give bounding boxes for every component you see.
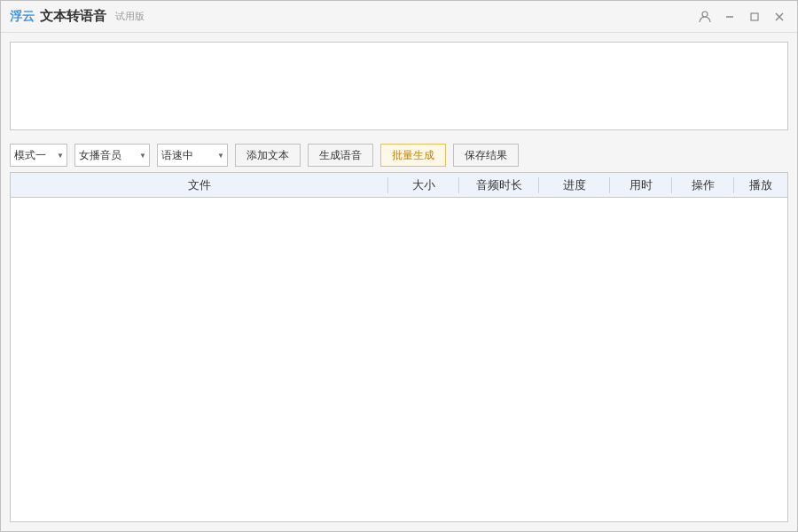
batch-generate-button[interactable]: 批量生成: [380, 144, 446, 167]
title-bar: 浮云 文本转语音 试用版: [1, 1, 797, 33]
col-action: 操作: [672, 177, 734, 193]
col-time: 用时: [610, 177, 672, 193]
speed-select-wrapper: 语速慢 语速中 语速快: [157, 144, 228, 167]
app-window: 浮云 文本转语音 试用版: [0, 0, 798, 532]
app-logo: 浮云: [10, 9, 35, 25]
voice-select-wrapper: 女播音员 男播音员: [74, 144, 150, 167]
mode-select[interactable]: 模式一 模式二: [10, 144, 67, 167]
speed-select[interactable]: 语速慢 语速中 语速快: [157, 144, 228, 167]
controls-bar: 模式一 模式二 女播音员 男播音员 语速慢 语速中 语速快 添加文本 生成语音 …: [1, 138, 797, 172]
maximize-button[interactable]: [746, 8, 763, 26]
col-play: 播放: [734, 177, 787, 193]
app-title: 文本转语音: [40, 8, 106, 25]
text-area-section: [1, 33, 797, 138]
save-result-button[interactable]: 保存结果: [453, 144, 519, 167]
col-duration: 音频时长: [459, 177, 539, 193]
app-version: 试用版: [115, 10, 145, 23]
svg-rect-2: [751, 13, 758, 20]
title-bar-controls: [696, 8, 788, 26]
close-button[interactable]: [771, 8, 788, 26]
table-header: 文件 大小 音频时长 进度 用时 操作 播放: [11, 173, 787, 198]
table-body: [11, 198, 787, 521]
title-bar-left: 浮云 文本转语音 试用版: [10, 8, 145, 25]
minimize-button[interactable]: [721, 8, 739, 26]
text-input[interactable]: [10, 42, 788, 130]
user-icon-button[interactable]: [696, 8, 714, 26]
col-progress: 进度: [539, 177, 610, 193]
add-text-button[interactable]: 添加文本: [235, 144, 301, 167]
col-file: 文件: [11, 177, 388, 193]
generate-button[interactable]: 生成语音: [308, 144, 373, 167]
col-size: 大小: [388, 177, 459, 193]
voice-select[interactable]: 女播音员 男播音员: [74, 144, 150, 167]
mode-select-wrapper: 模式一 模式二: [10, 144, 67, 167]
file-table: 文件 大小 音频时长 进度 用时 操作 播放: [10, 172, 788, 522]
svg-point-0: [702, 12, 708, 17]
